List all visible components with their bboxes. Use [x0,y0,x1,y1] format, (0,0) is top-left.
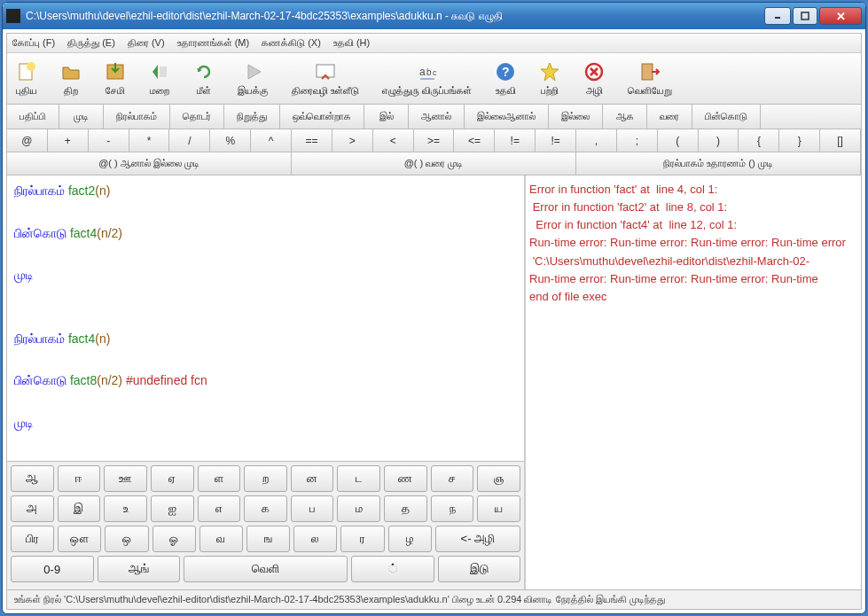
kb-key[interactable]: வ [199,526,243,552]
op-btn[interactable]: , [576,129,617,152]
kb-key[interactable]: ம [337,495,380,522]
kb-key[interactable]: ஆ [11,465,54,492]
tool-prefs[interactable]: abcஎழுத்துரு விருப்பங்கள் [382,61,472,97]
kb-key[interactable]: ஞ [477,465,520,492]
op-btn[interactable]: - [89,129,129,152]
op-btn[interactable]: % [210,129,251,152]
kb-key[interactable]: ஊ [104,465,147,492]
kb-key[interactable]: உ [104,495,147,522]
menu-examples[interactable]: உதாரணங்கள் (M) [177,37,250,49]
kb-key[interactable]: ன [291,465,334,492]
tool-exit[interactable]: வெளியேறு [628,61,672,97]
template-func[interactable]: நிரல்பாகம் உதாரணம் () முடி [576,152,861,175]
kb-key[interactable]: ள [198,465,241,492]
close-button[interactable]: ✕ [819,7,862,25]
op-btn[interactable]: != [495,129,536,152]
kb-key[interactable]: ற [244,465,287,492]
kb-key[interactable]: ச [431,465,474,492]
kw-btn[interactable]: இல் [364,105,409,129]
kb-lang[interactable]: ஆங் [98,556,181,582]
op-btn[interactable]: } [779,129,820,152]
tool-hide[interactable]: மறை [149,61,170,97]
kb-pulli[interactable]: ் [351,556,434,582]
kb-key[interactable]: ந [431,495,474,522]
maximize-button[interactable] [793,7,817,25]
kw-btn[interactable]: தொடர் [170,105,224,129]
kw-btn[interactable]: ஆனால் [409,105,465,129]
menu-file[interactable]: கோப்பு (F) [12,37,55,49]
kw-btn[interactable]: இல்லை [549,105,603,129]
op-btn[interactable]: { [739,129,779,152]
kw-btn[interactable]: பதிப்பி [7,105,59,129]
kb-key[interactable]: ய [477,495,520,522]
op-btn[interactable]: + [48,129,89,152]
menu-calc[interactable]: கணக்கிடு (X) [262,37,321,49]
op-btn[interactable]: == [292,129,332,152]
tool-open[interactable]: திற [60,61,82,97]
tool-run[interactable]: இயக்கு [238,61,269,97]
op-btn[interactable]: > [332,129,373,152]
kb-numbers[interactable]: 0-9 [11,556,94,582]
kb-key[interactable]: அ [11,495,54,522]
kb-key[interactable]: ல [293,526,337,552]
op-btn[interactable]: < [373,129,414,152]
template-while[interactable]: @( ) வரை முடி [292,152,576,175]
kb-key[interactable]: ஏ [151,465,194,492]
op-btn[interactable]: @ [7,129,48,152]
kb-key[interactable]: ப [291,495,334,522]
kb-key[interactable]: த [384,495,427,522]
tool-save[interactable]: சேமி [105,61,126,97]
op-btn[interactable]: / [169,129,210,152]
kw-btn[interactable]: பின்கொடு [692,105,761,129]
titlebar[interactable]: C:\Users\muthu\devel\ezhil-editor\dist\e… [3,3,865,29]
kb-key[interactable]: ஔ [58,526,101,552]
template-if[interactable]: @( ) ஆனால் இல்லை முடி [7,152,292,175]
tool-new[interactable]: புதிய [16,61,37,97]
menu-help[interactable]: உதவி (H) [333,37,370,49]
kw-btn[interactable]: ஆக [603,105,647,129]
kb-space[interactable]: வெளி [184,556,348,582]
kb-key[interactable]: ஓ [152,526,196,552]
kw-btn[interactable]: முடி [59,105,104,129]
op-btn[interactable]: != [536,129,576,152]
op-btn[interactable]: ; [617,129,658,152]
kb-key[interactable]: க [244,495,287,522]
kb-key[interactable]: ண [384,465,427,492]
kb-key[interactable]: இ [58,495,101,522]
onscreen-keyboard: ஆ ஈ ஊ ஏ ள ற ன ட ண ச ஞ அ இ [7,461,524,589]
op-btn[interactable]: <= [454,129,495,152]
op-btn[interactable]: ( [658,129,699,152]
kb-key[interactable]: ர [340,526,384,552]
kb-key[interactable]: பிர [11,526,54,552]
menu-view[interactable]: திரை (V) [128,37,165,49]
kb-key[interactable]: ழ [388,526,432,552]
op-btn[interactable]: [] [820,129,861,152]
kw-btn[interactable]: நிரல்பாகம் [104,105,170,129]
op-btn[interactable]: >= [414,129,455,152]
minimize-button[interactable] [764,7,791,25]
kb-key[interactable]: ங [246,526,290,552]
kb-key[interactable]: ஈ [58,465,101,492]
tool-screen[interactable]: திரைவழி உள்ளீடு [292,61,359,97]
kb-key[interactable]: ஒ [105,526,148,552]
kb-key[interactable]: எ [198,495,241,522]
kw-btn[interactable]: ஒவ்வொன்றாக [280,105,364,129]
kw-btn[interactable]: வரை [647,105,692,129]
tool-undo[interactable]: மீள் [193,61,215,97]
menu-edit[interactable]: திருத்து (E) [67,37,115,49]
kb-key[interactable]: ட [337,465,380,492]
tool-help[interactable]: ?உதவி [495,61,516,97]
kw-btn[interactable]: இல்லைஆனால் [465,105,549,129]
kw-btn[interactable]: நிறுத்து [224,105,280,129]
kb-insert[interactable]: இடு [438,556,521,582]
editor-pane: நிரல்பாகம் fact2(n) பின்கொடு fact4(n/2) … [7,175,526,589]
tool-clear[interactable]: அழி [583,61,605,97]
op-btn[interactable]: ^ [251,129,292,152]
tool-about[interactable]: பற்றி [539,61,560,97]
kb-backspace[interactable]: <- அழி [435,526,520,552]
op-btn[interactable]: ) [699,129,739,152]
kb-key[interactable]: ஐ [151,495,194,522]
op-btn[interactable]: * [129,129,170,152]
output-console[interactable]: Error in function 'fact' at line 4, col … [526,175,861,589]
code-editor[interactable]: நிரல்பாகம் fact2(n) பின்கொடு fact4(n/2) … [7,175,524,461]
